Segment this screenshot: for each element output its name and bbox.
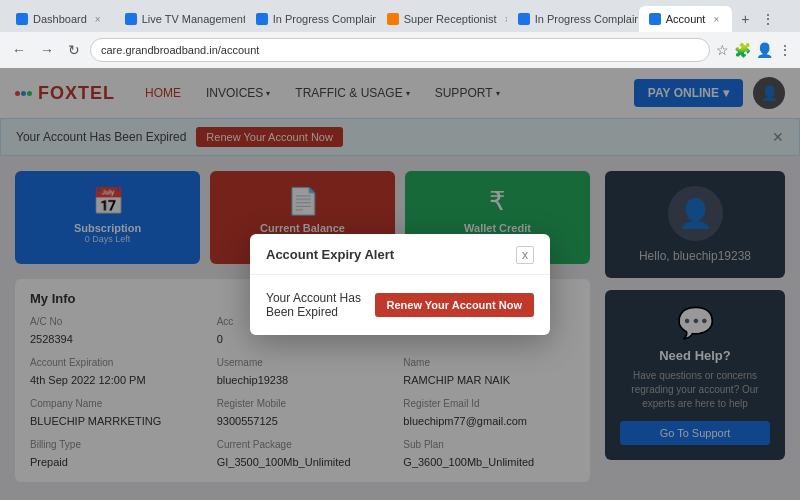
tab-label-account: Account <box>666 13 706 25</box>
profile-icon[interactable]: 👤 <box>756 42 773 58</box>
modal-body: Your Account Has Been Expired Renew Your… <box>250 275 550 335</box>
modal-header: Account Expiry Alert x <box>250 234 550 275</box>
tab-favicon-livetv <box>125 13 137 25</box>
tab-favicon-account <box>649 13 661 25</box>
browser-actions: ☆ 🧩 👤 ⋮ <box>716 42 792 58</box>
tab-label-complaints2: In Progress Complaints <box>535 13 638 25</box>
tab-complaints1[interactable]: In Progress Complaints × <box>246 6 376 32</box>
modal-renew-button[interactable]: Renew Your Account Now <box>375 293 534 317</box>
tab-label-dashboard: Dashboard <box>33 13 87 25</box>
tab-label-receptionist: Super Receptionist <box>404 13 497 25</box>
tab-bar: Dashboard × Live TV Management-C... × In… <box>0 0 800 32</box>
expiry-alert-modal: Account Expiry Alert x Your Account Has … <box>250 234 550 335</box>
extensions-icon[interactable]: 🧩 <box>734 42 751 58</box>
tab-favicon-dashboard <box>16 13 28 25</box>
bookmark-icon[interactable]: ☆ <box>716 42 729 58</box>
address-text: care.grandbroadband.in/account <box>101 44 259 56</box>
back-btn[interactable]: ← <box>8 40 30 60</box>
browser-chrome: Dashboard × Live TV Management-C... × In… <box>0 0 800 68</box>
modal-message: Your Account Has Been Expired <box>266 291 365 319</box>
menu-icon[interactable]: ⋮ <box>778 42 792 58</box>
tab-dashboard[interactable]: Dashboard × <box>6 6 114 32</box>
tab-label-complaints1: In Progress Complaints <box>273 13 376 25</box>
tab-overflow-btn[interactable]: ⋮ <box>757 9 779 29</box>
modal-close-button[interactable]: x <box>516 246 534 264</box>
tab-close-account[interactable]: × <box>710 13 722 26</box>
tab-favicon-complaints2 <box>518 13 530 25</box>
tab-livetv[interactable]: Live TV Management-C... × <box>115 6 245 32</box>
tab-favicon-receptionist <box>387 13 399 25</box>
tab-account[interactable]: Account × <box>639 6 733 32</box>
tab-close-dashboard[interactable]: × <box>92 13 104 26</box>
address-bar-row: ← → ↻ care.grandbroadband.in/account ☆ 🧩… <box>0 32 800 68</box>
tab-complaints2[interactable]: In Progress Complaints × <box>508 6 638 32</box>
reload-btn[interactable]: ↻ <box>64 40 84 60</box>
tab-actions: + ⋮ <box>737 9 779 29</box>
modal-overlay: Account Expiry Alert x Your Account Has … <box>0 68 800 500</box>
address-bar[interactable]: care.grandbroadband.in/account <box>90 38 710 62</box>
modal-title: Account Expiry Alert <box>266 247 394 262</box>
forward-btn[interactable]: → <box>36 40 58 60</box>
page-content: FOXTEL HOME INVOICES ▾ TRAFFIC & USAGE ▾… <box>0 68 800 500</box>
tab-receptionist[interactable]: Super Receptionist × <box>377 6 507 32</box>
new-tab-btn[interactable]: + <box>737 9 753 29</box>
tab-close-receptionist[interactable]: × <box>502 13 507 26</box>
tab-label-livetv: Live TV Management-C... <box>142 13 245 25</box>
tab-favicon-complaints1 <box>256 13 268 25</box>
